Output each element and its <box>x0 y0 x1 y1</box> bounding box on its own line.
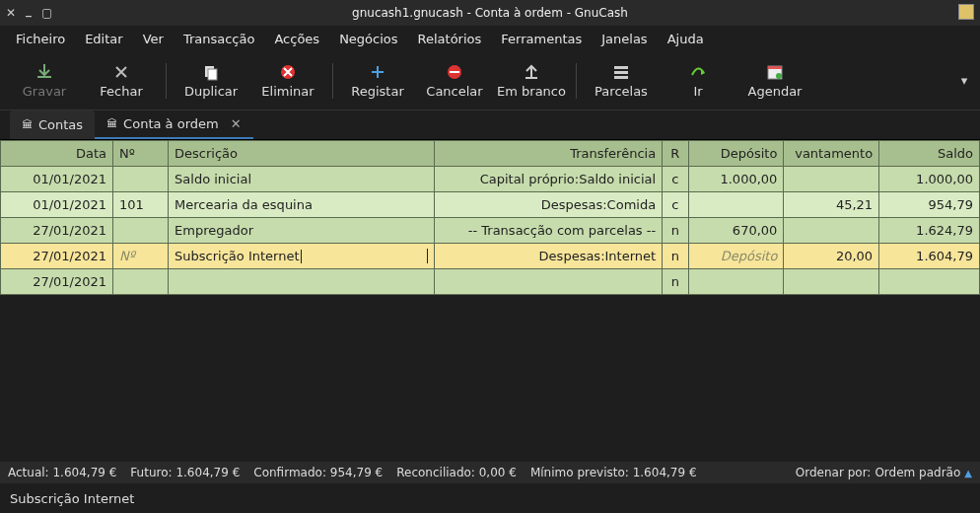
cell-levantamento[interactable]: 20,00 <box>784 244 879 269</box>
duplicate-button[interactable]: Duplicar <box>173 53 249 109</box>
cell-data[interactable]: 01/01/2021 <box>1 192 113 218</box>
jump-icon <box>689 63 707 81</box>
menu-transaccao[interactable]: Transacção <box>174 28 265 50</box>
minimize-icon[interactable]: _ <box>26 3 32 17</box>
splits-label: Parcelas <box>595 84 648 99</box>
blank-button[interactable]: Em branco <box>493 53 570 109</box>
close-icon[interactable]: ✕ <box>6 6 16 20</box>
menu-editar[interactable]: Editar <box>75 28 133 50</box>
table-row[interactable]: 27/01/2021Empregador-- Transacção com pa… <box>1 218 980 244</box>
cell-num[interactable] <box>113 269 169 295</box>
menu-ficheiro[interactable]: Ficheiro <box>6 28 75 50</box>
summary-minimo: Mínimo previsto: 1.604,79 € <box>530 466 697 479</box>
cell-r[interactable]: n <box>663 269 688 295</box>
cell-saldo[interactable]: 954,79 <box>879 192 980 218</box>
cell-data[interactable]: 01/01/2021 <box>1 167 113 192</box>
svg-rect-7 <box>614 76 628 79</box>
cell-num[interactable]: 101 <box>113 192 169 218</box>
col-saldo[interactable]: Saldo <box>879 141 980 167</box>
cell-descricao[interactable]: Saldo inicial <box>169 167 435 192</box>
maximize-icon[interactable]: ▢ <box>41 6 52 20</box>
summary-futuro: Futuro: 1.604,79 € <box>130 466 240 479</box>
menu-ferramentas[interactable]: Ferramentas <box>491 28 592 50</box>
cell-r[interactable]: n <box>663 244 688 269</box>
menu-ver[interactable]: Ver <box>133 28 174 50</box>
cell-descricao[interactable]: Mercearia da esquina <box>169 192 435 218</box>
col-data[interactable]: Data <box>1 141 113 167</box>
cancel-label: Cancelar <box>426 84 482 99</box>
save-icon <box>35 63 53 81</box>
cell-r[interactable]: c <box>663 192 688 218</box>
enter-button[interactable]: Registar <box>339 53 416 109</box>
splits-button[interactable]: Parcelas <box>583 53 660 109</box>
menu-accoes[interactable]: Acções <box>264 28 329 50</box>
cell-r[interactable]: n <box>663 218 688 244</box>
cell-levantamento[interactable]: 45,21 <box>784 192 879 218</box>
close-icon <box>112 63 130 81</box>
delete-icon <box>279 63 297 81</box>
cell-descricao[interactable] <box>169 269 435 295</box>
register-table[interactable]: Data Nº Descrição Transferência R Depósi… <box>0 140 980 295</box>
toolbar-overflow[interactable]: ▾ <box>954 73 974 88</box>
cell-levantamento[interactable] <box>784 218 879 244</box>
cell-transferencia[interactable]: Despesas:Internet <box>434 244 662 269</box>
menu-negocios[interactable]: Negócios <box>329 28 407 50</box>
cell-data[interactable]: 27/01/2021 <box>1 218 113 244</box>
col-descricao[interactable]: Descrição <box>169 141 435 167</box>
col-levantamento[interactable]: vantamento <box>784 141 879 167</box>
svg-rect-1 <box>208 69 217 80</box>
col-num[interactable]: Nº <box>113 141 169 167</box>
table-row[interactable]: 27/01/2021n <box>1 269 980 295</box>
enter-label: Registar <box>351 84 404 99</box>
sort-by[interactable]: Ordenar por: Ordem padrão ▲ <box>796 466 972 479</box>
menu-ajuda[interactable]: Ajuda <box>658 28 714 50</box>
tab-contas[interactable]: 🏛 Contas <box>10 110 95 139</box>
status-bar: Subscrição Internet <box>0 483 980 513</box>
cell-descricao[interactable]: Empregador <box>169 218 435 244</box>
tab-conta-a-ordem[interactable]: 🏛 Conta à ordem ✕ <box>95 110 252 139</box>
cancel-button[interactable]: Cancelar <box>416 53 493 109</box>
col-deposito[interactable]: Depósito <box>688 141 784 167</box>
header-row[interactable]: Data Nº Descrição Transferência R Depósi… <box>1 141 980 167</box>
close-button[interactable]: Fechar <box>83 53 160 109</box>
cell-levantamento[interactable] <box>784 269 879 295</box>
cell-saldo[interactable] <box>879 269 980 295</box>
summary-actual: Actual: 1.604,79 € <box>8 466 116 479</box>
jump-button[interactable]: Ir <box>660 53 736 109</box>
cell-transferencia[interactable] <box>434 269 662 295</box>
cell-data[interactable]: 27/01/2021 <box>1 244 113 269</box>
cell-deposito[interactable]: 1.000,00 <box>688 167 784 192</box>
toolbar-separator <box>332 63 333 99</box>
schedule-button[interactable]: Agendar <box>736 53 813 109</box>
menu-janelas[interactable]: Janelas <box>592 28 657 50</box>
table-row[interactable]: 01/01/2021101Mercearia da esquinaDespesa… <box>1 192 980 218</box>
duplicate-icon <box>202 63 220 81</box>
cell-num[interactable] <box>113 218 169 244</box>
cell-saldo[interactable]: 1.000,00 <box>879 167 980 192</box>
cell-saldo[interactable]: 1.624,79 <box>879 218 980 244</box>
cell-data[interactable]: 27/01/2021 <box>1 269 113 295</box>
status-text: Subscrição Internet <box>10 491 134 506</box>
col-r[interactable]: R <box>663 141 688 167</box>
table-row[interactable]: 01/01/2021Saldo inicialCapital próprio:S… <box>1 167 980 192</box>
cell-deposito[interactable]: Depósito <box>688 244 784 269</box>
cell-descricao[interactable]: Subscrição Internet <box>169 244 435 269</box>
col-transferencia[interactable]: Transferência <box>434 141 662 167</box>
cell-r[interactable]: c <box>663 167 688 192</box>
delete-button[interactable]: Eliminar <box>249 53 326 109</box>
cell-deposito[interactable] <box>688 269 784 295</box>
duplicate-label: Duplicar <box>184 84 238 99</box>
cell-deposito[interactable]: 670,00 <box>688 218 784 244</box>
cell-saldo[interactable]: 1.604,79 <box>879 244 980 269</box>
tab-close-icon[interactable]: ✕ <box>231 116 242 131</box>
cell-deposito[interactable] <box>688 192 784 218</box>
window-controls: ✕ _ ▢ <box>6 6 52 20</box>
table-row[interactable]: 27/01/2021NºSubscrição InternetDespesas:… <box>1 244 980 269</box>
cell-transferencia[interactable]: -- Transacção com parcelas -- <box>434 218 662 244</box>
cell-num[interactable] <box>113 167 169 192</box>
cell-levantamento[interactable] <box>784 167 879 192</box>
cell-transferencia[interactable]: Despesas:Comida <box>434 192 662 218</box>
cell-transferencia[interactable]: Capital próprio:Saldo inicial <box>434 167 662 192</box>
menu-relatorios[interactable]: Relatórios <box>408 28 492 50</box>
cell-num[interactable]: Nº <box>113 244 169 269</box>
